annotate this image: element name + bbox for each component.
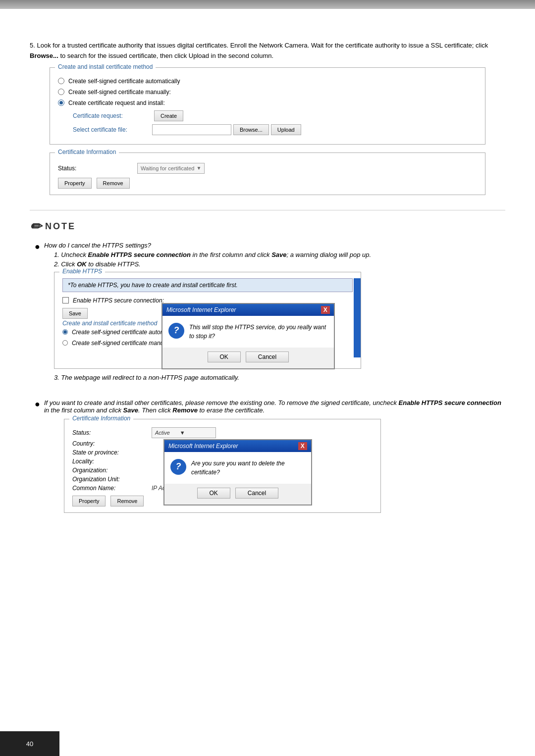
upload-button[interactable]: Upload [271, 124, 301, 135]
dialog-1-cancel-btn[interactable]: Cancel [246, 352, 289, 362]
select-cert-row: Select certificate file: Browse... Uploa… [73, 124, 477, 135]
bullet-2: ● If you want to create and install othe… [35, 399, 505, 518]
dialog-1-buttons: OK Cancel [162, 348, 334, 368]
note-icon: ✏ [30, 218, 41, 235]
note-section: ✏ NOTE ● How do I cancel the HTTPS setti… [30, 210, 505, 518]
dialog-2-close-btn[interactable]: X [298, 442, 307, 450]
radio-manual-circle[interactable] [58, 89, 64, 95]
radio-manual-mini-circle[interactable] [62, 340, 68, 346]
step5-text: 5. Look for a trusted certificate author… [30, 41, 505, 61]
radio-option-manual[interactable]: Create self-signed certificate manually: [58, 89, 477, 96]
dialog-1-body: ? This will stop the HTTPS service, do y… [162, 316, 334, 348]
common-name-label: Common Name: [72, 485, 152, 492]
cert-info-panel-2-title: Certificate Information [69, 415, 133, 422]
note-title: NOTE [45, 221, 76, 232]
sub-item-1-1: 1. Uncheck Enable HTTPS secure connectio… [54, 251, 505, 258]
status-dropdown-1[interactable]: Waiting for certificated ▼ [137, 163, 205, 174]
bottom-bar: 40 [0, 731, 59, 756]
cert-request-label: Certificate request: [73, 112, 152, 119]
save-btn-area: Save [62, 308, 88, 319]
status-label-1: Status: [58, 165, 137, 172]
save-button[interactable]: Save [62, 308, 88, 319]
https-info-bar: *To enable HTTPS, you have to create and… [62, 278, 353, 292]
create-button[interactable]: Create [154, 110, 183, 121]
status-row-2: Status: Active ▼ [72, 427, 373, 438]
dialog-2-buttons: OK Cancel [164, 484, 311, 504]
radio-option-request[interactable]: Create certificate request and install: [58, 100, 477, 106]
cert-button-row-1: Property Remove [58, 178, 477, 189]
select-cert-label: Select certificate file: [73, 126, 152, 133]
dialog-2-ok-btn[interactable]: OK [197, 488, 230, 499]
cert-file-input[interactable] [152, 124, 231, 135]
dialog-1-ok-btn[interactable]: OK [208, 352, 241, 362]
dialog-1-titlebar: Microsoft Internet Explorer X [162, 304, 334, 316]
https-checkbox[interactable] [62, 297, 69, 303]
status-label-2: Status: [72, 429, 152, 436]
note-header: ✏ NOTE [30, 218, 505, 235]
dialog-box-1: Microsoft Internet Explorer X ? This wil… [161, 303, 335, 369]
status-dropdown-arrow-1: ▼ [196, 165, 201, 171]
cert-request-row: Certificate request: Create [73, 110, 477, 121]
browse-button[interactable]: Browse... [233, 124, 269, 135]
bullet-text-2: If you want to create and install other … [44, 399, 505, 518]
sub-item-1-2: 2. Click OK to disable HTTPS. [54, 260, 505, 268]
radio-auto-mini-circle[interactable] [62, 329, 68, 335]
property-button-1[interactable]: Property [58, 178, 92, 189]
radio-option-auto[interactable]: Create self-signed certificate automatic… [58, 78, 477, 85]
step3-text: 3. The webpage will redirect to a non-HT… [54, 374, 495, 381]
cert-method-mini-title: Create and install certificate method [62, 320, 157, 327]
dialog1-area: Save Create and install certificate meth… [62, 308, 353, 362]
status-dropdown-2[interactable]: Active ▼ [152, 427, 216, 438]
top-bar [0, 0, 535, 9]
create-install-panel-title: Create and install certificate method [55, 63, 156, 70]
radio-request-circle[interactable] [58, 100, 64, 106]
create-install-panel: Create and install certificate method Cr… [50, 67, 485, 145]
sub-list-1: 1. Uncheck Enable HTTPS secure connectio… [54, 251, 505, 268]
dialog-2-cancel-btn[interactable]: Cancel [235, 488, 278, 499]
cert-info-panel-1-title: Certificate Information [55, 149, 119, 155]
remove-button-1[interactable]: Remove [97, 178, 130, 189]
radio-auto-circle[interactable] [58, 78, 64, 84]
bullet-text-1: How do I cancel the HTTPS settings? 1. U… [44, 242, 505, 391]
remove-button-2[interactable]: Remove [110, 496, 144, 506]
org-unit-label: Organization Unit: [72, 476, 152, 483]
page-number: 40 [26, 740, 33, 748]
dialog-1-text: This will stop the HTTPS service, do you… [189, 323, 328, 341]
cert-info-panel-2: Certificate Information Status: Active ▼ [64, 419, 381, 513]
dialog-2-body: ? Are you sure you want to delete the ce… [164, 452, 311, 484]
cert-info-wrapper-2: Certificate Information Status: Active ▼ [44, 419, 361, 513]
dialog-2-icon: ? [170, 459, 186, 475]
dialog-2-text: Are you sure you want to delete the cert… [191, 459, 305, 477]
bullet-1: ● How do I cancel the HTTPS settings? 1.… [35, 242, 505, 391]
dialog-1-icon: ? [168, 323, 184, 339]
scroll-indicator-1[interactable] [354, 278, 361, 357]
cert-info-panel-1: Certificate Information Status: Waiting … [50, 152, 485, 195]
https-panel-title: Enable HTTPS [59, 268, 105, 275]
dialog-2-titlebar: Microsoft Internet Explorer X [164, 440, 311, 452]
bullet-dot-1: ● [35, 242, 40, 391]
status-dropdown-arrow-2: ▼ [180, 430, 185, 436]
org-label: Organization: [72, 467, 152, 474]
https-panel: Enable HTTPS *To enable HTTPS, you have … [54, 272, 361, 369]
locality-label: Locality: [72, 458, 152, 465]
bullet-dot-2: ● [35, 399, 40, 518]
dialog-1-close-btn[interactable]: X [321, 306, 330, 314]
country-label: Country: [72, 440, 152, 447]
status-row-1: Status: Waiting for certificated ▼ [58, 163, 477, 174]
property-button-2[interactable]: Property [72, 496, 106, 506]
state-label: State or province: [72, 449, 152, 456]
note-content: ● How do I cancel the HTTPS settings? 1.… [35, 242, 505, 518]
dialog-box-2: Microsoft Internet Explorer X ? Are you … [163, 439, 312, 505]
